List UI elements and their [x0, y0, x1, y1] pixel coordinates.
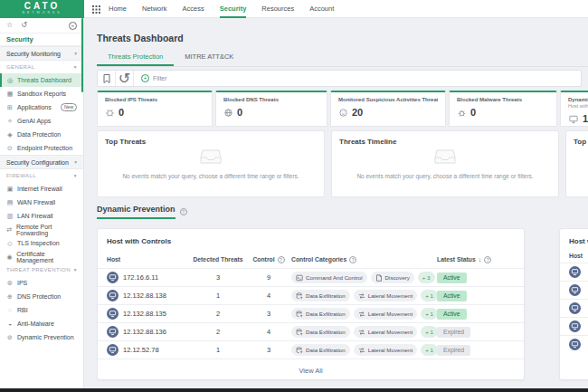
nav-item-access[interactable]: Access [183, 0, 204, 18]
col-host[interactable]: Host [560, 251, 588, 263]
category-chip-discovery[interactable]: Discovery [371, 272, 414, 283]
filter-bar[interactable]: ↺ + Filter [97, 70, 582, 87]
stat-label: Dynamic [568, 97, 588, 102]
sidebar-section-general[interactable]: GENERAL▾ [0, 61, 83, 73]
more-categories-chip[interactable]: + 1 [421, 308, 437, 320]
host-icon [569, 302, 581, 314]
category-chip-data-exfiltration[interactable]: Data Exfiltration [291, 326, 350, 338]
host-with-controls-card: Host with Controls Host Detected Threats… [97, 228, 525, 380]
stat-card-monitored-suspicious-activities-threats[interactable]: Monitored Suspicious Activities Threats2… [330, 91, 446, 127]
table-row[interactable]: 12.12.52.7813Data ExfiltrationLateral Mo… [98, 340, 524, 359]
nav-item-resources[interactable]: Resources [261, 0, 294, 18]
help-icon[interactable] [278, 256, 285, 263]
category-chip-data-exfiltration[interactable]: Data Exfiltration [291, 344, 350, 356]
table-row[interactable]: 12.132.88.13814Data ExfiltrationLateral … [98, 286, 524, 304]
sort-desc-icon[interactable] [479, 256, 482, 263]
category-chip-command-and-control[interactable]: Command And Control [291, 272, 367, 283]
cato-logo[interactable]: CATO NETWORKS [0, 0, 84, 18]
panel-top-c: Top C [565, 130, 588, 197]
history-icon[interactable]: ↺ [21, 22, 27, 29]
nav-item-account[interactable]: Account [309, 0, 334, 18]
sidebar-item-rbi[interactable]: ◌RBI [0, 303, 83, 317]
view-all-link[interactable]: View All [98, 359, 524, 382]
sidebar-item-certificate-management[interactable]: ◉Certificate Management [0, 250, 83, 263]
sidebar-item-data-protection[interactable]: ◈Data Protection [0, 128, 83, 141]
empty-state: No events match your query, choose a dif… [98, 148, 324, 179]
filter-history-icon[interactable]: ↺ [116, 71, 134, 86]
col-host[interactable]: Host [107, 256, 190, 263]
help-icon[interactable] [349, 256, 356, 263]
sidebar-item-tls-inspection[interactable]: ◇TLS Inspection [0, 236, 83, 250]
filter-input[interactable]: Filter [153, 75, 167, 81]
favorites-star-icon[interactable]: ☆ [6, 22, 13, 29]
table-row[interactable]: 172.16.6.1139Command And ControlDiscover… [98, 268, 524, 286]
sidebar-item-applications[interactable]: ⊞ApplicationsNew [0, 100, 83, 114]
col-control-categories[interactable]: Control Categories [291, 256, 437, 263]
table-row[interactable] [560, 263, 588, 281]
more-categories-chip[interactable]: + 3 [418, 272, 435, 283]
sidebar-item-dynamic-prevention[interactable]: ⊘Dynamic Prevention [0, 330, 83, 344]
table-row[interactable] [560, 299, 588, 317]
remote-port-forwarding-icon: ⇄ [6, 226, 13, 234]
stat-number: 0 [119, 107, 124, 118]
stat-card-blocked-dns-threats[interactable]: Blocked DNS Threats0 [215, 91, 327, 127]
control-value: 4 [246, 292, 291, 300]
widget-panels-row: Top ThreatsNo events match your query, c… [97, 130, 588, 197]
sidebar-item-anti-malware[interactable]: ◒Anti-Malware [0, 317, 83, 330]
sidebar-item-genai-apps[interactable]: ✧GenAI Apps [0, 114, 83, 128]
top-header: CATO NETWORKS HomeNetworkAccessSecurityR… [0, 0, 588, 18]
sandbox-reports-icon: ▦ [6, 91, 14, 98]
tab-mitre-att-ck[interactable]: MITRE ATT&CK [174, 53, 244, 66]
stat-card-blocked-malware-threats[interactable]: Blocked Malware Threats0 [449, 91, 557, 127]
saved-filters-bookmark-icon[interactable] [98, 71, 116, 86]
col-latest-status[interactable]: Latest Status [437, 256, 515, 263]
category-chip-lateral-movement[interactable]: Lateral Movement [354, 326, 418, 338]
sidebar: ☆ ↺ « Security Security Monitoring▾GENER… [0, 18, 84, 388]
category-chip-lateral-movement[interactable]: Lateral Movement [354, 290, 418, 301]
cat-terminal-icon [296, 274, 303, 282]
sidebar-item-label: Anti-Malware [17, 320, 54, 327]
stat-number: 0 [470, 107, 476, 118]
nav-item-security[interactable]: Security [220, 0, 247, 18]
sidebar-item-threats-dashboard[interactable]: ◎Threats Dashboard [0, 73, 83, 87]
table-row[interactable] [560, 281, 588, 299]
stat-card-blocked-ips-threats[interactable]: Blocked IPS Threats0 [97, 91, 213, 127]
sidebar-item-ips[interactable]: ⊚IPS [0, 276, 83, 290]
sidebar-group-security-configuration[interactable]: Security Configuration▾ [0, 155, 83, 169]
more-categories-chip[interactable]: + 1 [421, 344, 437, 356]
sidebar-item-wan-firewall[interactable]: ▤WAN Firewall [0, 196, 83, 209]
category-chip-lateral-movement[interactable]: Lateral Movement [354, 308, 418, 320]
sidebar-item-internet-firewall[interactable]: ▣Internet Firewall [0, 182, 83, 196]
sidebar-section-firewall[interactable]: FIREWALL▾ [0, 169, 83, 182]
category-chip-data-exfiltration[interactable]: Data Exfiltration [291, 290, 350, 301]
collapse-sidebar-icon[interactable]: « [69, 22, 77, 30]
add-filter-icon[interactable]: + [141, 74, 149, 82]
col-detected-threats[interactable]: Detected Threats [190, 256, 246, 263]
nav-item-home[interactable]: Home [109, 0, 127, 18]
stat-card-dynamic[interactable]: DynamicHost with11 [560, 91, 588, 127]
sidebar-item-remote-port-forwarding[interactable]: ⇄Remote Port Forwarding [0, 223, 83, 236]
help-icon[interactable] [484, 256, 491, 263]
tab-threats-protection[interactable]: Threats Protection [97, 53, 174, 66]
stat-label: Blocked Malware Threats [457, 97, 549, 102]
category-chip-data-exfiltration[interactable]: Data Exfiltration [291, 308, 350, 320]
sidebar-group-security-monitoring[interactable]: Security Monitoring▾ [0, 46, 83, 61]
table-row[interactable]: 12.132.88.13624Data ExfiltrationLateral … [98, 322, 524, 340]
sidebar-section-threat-prevention[interactable]: THREAT PREVENTION▾ [0, 263, 83, 276]
empty-state: No events match your query, choose a dif… [332, 148, 558, 179]
more-categories-chip[interactable]: + 1 [421, 326, 437, 338]
more-categories-chip[interactable]: + 1 [421, 290, 437, 301]
sidebar-scrollbar[interactable] [81, 18, 83, 92]
apps-grid-icon[interactable] [92, 5, 100, 14]
sidebar-item-lan-firewall[interactable]: ▥LAN Firewall [0, 209, 83, 223]
category-chip-lateral-movement[interactable]: Lateral Movement [354, 344, 418, 356]
sidebar-item-sandbox-reports[interactable]: ▦Sandbox Reports [0, 87, 83, 100]
sidebar-item-endpoint-protection[interactable]: ⊙Endpoint Protection [0, 141, 83, 155]
table-row[interactable] [560, 317, 588, 335]
sidebar-item-dns-protection[interactable]: ⊕DNS Protection [0, 290, 83, 303]
table-row[interactable]: 12.132.88.13523Data ExfiltrationLateral … [98, 304, 524, 322]
col-control[interactable]: Control [246, 256, 291, 263]
table-row[interactable] [560, 335, 588, 353]
nav-item-network[interactable]: Network [142, 0, 167, 18]
help-icon[interactable] [180, 208, 187, 215]
